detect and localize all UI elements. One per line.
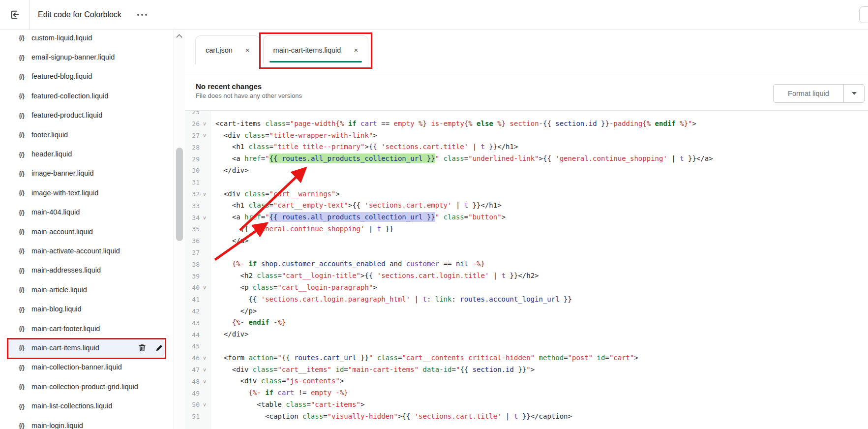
- more-options-icon[interactable]: [134, 11, 150, 19]
- fold-toggle-icon[interactable]: v: [200, 355, 210, 361]
- code-token: ": [265, 154, 269, 162]
- fold-toggle-icon[interactable]: v: [200, 367, 210, 372]
- code-line-48: 48v <div class="js-contents">: [185, 375, 868, 387]
- gutter-cell: 45: [185, 340, 210, 352]
- code-editor[interactable]: 2526v<cart-items class="page-width{% if …: [185, 111, 868, 429]
- sidebar-item-custom-liquid-liquid[interactable]: {/}custom-liquid.liquid: [0, 30, 174, 47]
- code-token: |: [410, 295, 422, 303]
- fold-toggle-icon[interactable]: v: [200, 379, 210, 384]
- gutter-cell: 27v: [185, 130, 210, 142]
- sidebar-item-main-cart-items-liquid[interactable]: {/}main-cart-items.liquid: [0, 338, 174, 357]
- sidebar-item-featured-blog-liquid[interactable]: {/}featured-blog.liquid: [0, 67, 174, 86]
- sidebar-item-main-addresses-liquid[interactable]: {/}main-addresses.liquid: [0, 261, 174, 280]
- sidebar-item-main-login-liquid[interactable]: {/}main-login.liquid: [0, 416, 174, 429]
- file-name: main-list-collections.liquid: [31, 402, 112, 410]
- code-token: [439, 154, 443, 162]
- code-token: t: [502, 272, 506, 279]
- sidebar-item-main-activate-account-liquid[interactable]: {/}main-activate-account.liquid: [0, 241, 174, 260]
- sidebar-item-image-banner-liquid[interactable]: {/}image-banner.liquid: [0, 164, 174, 183]
- sidebar-item-main-article-liquid[interactable]: {/}main-article.liquid: [0, 280, 174, 299]
- version-status-subtitle: File does not have any other versions: [196, 92, 868, 99]
- gutter-cell: 35: [185, 223, 210, 235]
- code-token: >: [335, 190, 339, 198]
- fold-toggle-icon[interactable]: v: [200, 285, 210, 290]
- code-token: action: [248, 354, 273, 362]
- code-token: <a: [215, 213, 244, 221]
- code-token: }}: [560, 295, 572, 303]
- sidebar-item-footer-liquid[interactable]: {/}footer.liquid: [0, 125, 174, 144]
- fold-toggle-icon[interactable]: v: [200, 191, 210, 197]
- file-name: header.liquid: [31, 150, 72, 158]
- sidebar-item-main-collection-product-grid-liquid[interactable]: {/}main-collection-product-grid.liquid: [0, 377, 174, 396]
- code-line-35: 35 {{ 'general.continue_shopping' | t }}: [185, 223, 868, 235]
- file-name: image-banner.liquid: [31, 169, 94, 177]
- tab-main-cart-items-liquid[interactable]: main-cart-items.liquid×: [263, 35, 369, 64]
- sidebar-item-featured-collection-liquid[interactable]: {/}featured-collection.liquid: [0, 86, 174, 105]
- code-token: |: [667, 154, 680, 162]
- rename-file-icon[interactable]: [155, 344, 163, 352]
- gutter-cell: 38: [185, 258, 210, 270]
- sidebar-scrollbar[interactable]: [175, 30, 185, 429]
- close-tab-icon[interactable]: ×: [354, 46, 358, 54]
- exit-code-editor-button[interactable]: [0, 0, 30, 30]
- code-token: href: [244, 213, 261, 221]
- tab-cart-json[interactable]: cart.json×: [195, 35, 260, 64]
- code-token: [419, 366, 422, 373]
- liquid-file-icon: {/}: [19, 54, 31, 61]
- sidebar-item-main-404-liquid[interactable]: {/}main-404.liquid: [0, 203, 174, 222]
- fold-toggle-icon[interactable]: v: [200, 133, 210, 138]
- code-text: {{ 'sections.cart.login.paragraph_html' …: [210, 294, 572, 306]
- gutter-cell: 43: [185, 317, 210, 329]
- code-token: 'sections.cart.title': [381, 143, 468, 151]
- gutter-cell: 42: [185, 306, 210, 317]
- code-token: =: [323, 412, 327, 420]
- sidebar-item-image-with-text-liquid[interactable]: {/}image-with-text.liquid: [0, 183, 174, 202]
- fold-toggle-icon[interactable]: v: [200, 121, 210, 126]
- code-token: <h1: [215, 143, 248, 151]
- code-token: [473, 120, 477, 127]
- format-options-dropdown-button[interactable]: [843, 85, 864, 102]
- code-token: cart: [360, 120, 377, 127]
- sidebar-item-main-collection-banner-liquid[interactable]: {/}main-collection-banner.liquid: [0, 358, 174, 377]
- sidebar-item-main-account-liquid[interactable]: {/}main-account.liquid: [0, 222, 174, 241]
- code-token: [676, 120, 680, 127]
- code-token-highlighted: routes.all_products_collection_url: [282, 153, 423, 163]
- header-corner-button[interactable]: [859, 6, 868, 23]
- sidebar-item-featured-product-liquid[interactable]: {/}featured-product.liquid: [0, 106, 174, 125]
- code-token: t: [481, 143, 485, 151]
- code-token: class: [444, 213, 464, 221]
- close-tab-icon[interactable]: ×: [245, 46, 250, 54]
- chevron-down-icon: [852, 92, 857, 95]
- sidebar-item-email-signup-banner-liquid[interactable]: {/}email-signup-banner.liquid: [0, 47, 174, 66]
- code-token: [373, 354, 377, 362]
- code-token: {{: [282, 354, 294, 362]
- delete-file-icon[interactable]: [138, 343, 146, 352]
- code-token: class: [248, 143, 269, 151]
- code-token: href: [244, 154, 261, 162]
- sidebar-item-header-liquid[interactable]: {/}header.liquid: [0, 144, 174, 163]
- sidebar-item-main-blog-liquid[interactable]: {/}main-blog.liquid: [0, 299, 174, 318]
- code-token: >{{: [360, 272, 377, 279]
- liquid-file-icon: {/}: [19, 402, 31, 410]
- liquid-file-icon: {/}: [19, 34, 31, 41]
- sidebar-item-main-cart-footer-liquid[interactable]: {/}main-cart-footer.liquid: [0, 319, 174, 338]
- code-line-30: 30 </div>: [185, 165, 868, 177]
- file-name: featured-collection.liquid: [31, 92, 108, 100]
- sidebar-item-main-list-collections-liquid[interactable]: {/}main-list-collections.liquid: [0, 396, 174, 415]
- code-text: <h2 class="cart__login-title">{{ 'sectio…: [210, 270, 539, 282]
- fold-toggle-icon[interactable]: v: [200, 215, 210, 220]
- code-token: <div: [215, 366, 253, 373]
- liquid-file-icon: {/}: [19, 228, 31, 235]
- code-token: nil: [456, 260, 468, 268]
- fold-toggle-icon[interactable]: v: [200, 402, 210, 407]
- code-token: }}: [357, 354, 369, 362]
- code-token: class: [257, 272, 277, 279]
- liquid-file-icon: {/}: [19, 131, 31, 138]
- code-token: 'sections.cart.empty': [364, 201, 451, 209]
- file-sidebar: {/}custom-liquid.liquid{/}email-signup-b…: [0, 30, 174, 429]
- scroll-up-icon[interactable]: [176, 34, 182, 40]
- format-liquid-button[interactable]: Format liquid: [774, 85, 843, 102]
- code-token: }}: [597, 120, 609, 127]
- code-text: </p>: [210, 306, 257, 317]
- scrollbar-thumb[interactable]: [176, 148, 183, 241]
